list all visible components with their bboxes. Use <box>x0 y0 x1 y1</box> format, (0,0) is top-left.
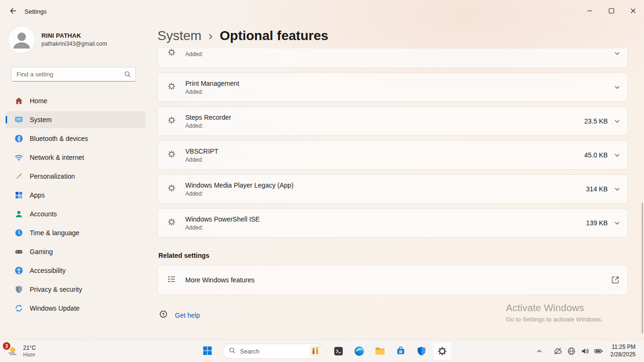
feature-gear-icon <box>167 149 176 161</box>
feature-name: Print Management <box>185 80 608 87</box>
feature-added-label: Added: <box>185 190 586 197</box>
sidebar-item-time-language[interactable]: Time & language <box>6 224 145 241</box>
feature-added-label: Added: <box>185 51 608 58</box>
sidebar-item-bluetooth-devices[interactable]: Bluetooth & devices <box>6 130 145 147</box>
chevron-down-icon[interactable] <box>612 218 622 228</box>
accessibility-icon <box>14 266 24 275</box>
feature-name: Steps Recorder <box>185 114 584 121</box>
help-icon: ? <box>159 310 168 321</box>
more-windows-features-label: More Windows features <box>185 276 255 284</box>
feature-row[interactable]: Windows PowerShell ISE Added: 139 KB <box>157 208 628 238</box>
battery-icon[interactable] <box>593 342 605 361</box>
microsoft-store-icon[interactable] <box>391 342 410 361</box>
breadcrumb: System › Optional features <box>157 28 328 43</box>
chevron-down-icon[interactable] <box>612 49 622 58</box>
sidebar-item-network-internet[interactable]: Network & internet <box>6 149 145 166</box>
chevron-down-icon[interactable] <box>612 184 622 194</box>
external-link-icon <box>611 275 620 285</box>
get-help-row: ? Get help <box>157 310 628 321</box>
search-highlight-icon <box>310 346 321 357</box>
feature-row[interactable]: Steps Recorder Added: 23.5 KB <box>157 107 628 136</box>
sidebar-item-home[interactable]: Home <box>6 92 145 109</box>
minimize-icon <box>587 8 593 15</box>
onedrive-paused-icon[interactable] <box>552 342 564 361</box>
chevron-down-icon[interactable] <box>612 116 622 126</box>
feature-row[interactable]: Print Management Added: <box>157 73 628 102</box>
maximize-icon <box>609 8 614 15</box>
selected-accent-bar <box>6 116 7 123</box>
sidebar-nav: Home System Bluetooth & devices Network … <box>0 92 151 319</box>
sidebar-item-accessibility[interactable]: Accessibility <box>6 262 145 279</box>
system-icon <box>14 115 24 124</box>
file-explorer-icon[interactable] <box>371 342 389 361</box>
weather-temperature: 21°C <box>23 345 36 352</box>
features-list-icon <box>167 274 176 286</box>
feature-name: Windows Media Player Legacy (App) <box>185 181 586 189</box>
apps-icon <box>14 190 24 200</box>
feature-added-label: Added: <box>185 156 584 163</box>
taskbar-search[interactable]: Search <box>223 344 323 359</box>
volume-icon[interactable] <box>579 342 591 361</box>
sidebar: RINI PATHAK pathakrini343@gmail.com Home… <box>0 23 151 339</box>
main-content: System › Optional features Added: Print … <box>151 23 644 339</box>
start-button[interactable] <box>198 342 217 361</box>
settings-search-box <box>11 67 136 82</box>
edge-icon[interactable] <box>350 342 369 361</box>
network-globe-icon[interactable] <box>565 342 578 361</box>
bluetooth-icon <box>14 134 24 143</box>
feature-added-label: Added: <box>185 224 586 231</box>
feature-row[interactable]: Windows Media Player Legacy (App) Added:… <box>157 174 628 204</box>
back-button[interactable] <box>5 4 21 19</box>
account-profile[interactable]: RINI PATHAK pathakrini343@gmail.com <box>8 26 107 53</box>
sidebar-item-windows-update[interactable]: Windows Update <box>6 300 145 317</box>
breadcrumb-separator: › <box>208 29 213 43</box>
settings-search-input[interactable] <box>12 71 124 78</box>
search-icon <box>124 71 131 78</box>
settings-gear-icon[interactable] <box>433 342 452 361</box>
windows-logo-icon <box>202 345 213 358</box>
network-wifi-icon <box>14 153 24 162</box>
window-controls <box>579 0 644 23</box>
clock-date: 2/28/2025 <box>611 351 636 359</box>
weather-haze-icon: 3 <box>7 345 19 357</box>
related-settings-heading: Related settings <box>158 252 628 259</box>
profile-email: pathakrini343@gmail.com <box>41 41 107 47</box>
feature-size: 23.5 KB <box>584 117 612 125</box>
avatar <box>8 26 35 53</box>
taskbar-center: Search <box>198 342 452 361</box>
sidebar-item-accounts[interactable]: Accounts <box>6 206 145 222</box>
sidebar-item-apps[interactable]: Apps <box>6 187 145 204</box>
sidebar-item-system[interactable]: System <box>6 111 145 128</box>
sidebar-item-privacy-security[interactable]: Privacy & security <box>6 281 145 298</box>
chevron-down-icon[interactable] <box>612 82 622 92</box>
feature-gear-icon <box>167 82 176 93</box>
clock-widget[interactable]: 11:25 PM 2/28/2025 <box>611 344 636 358</box>
feature-size: 45.0 KB <box>584 151 612 159</box>
scrollbar-thumb[interactable] <box>642 203 643 334</box>
clock-time: 11:25 PM <box>611 344 636 351</box>
weather-condition: Haze <box>23 352 35 358</box>
system-tray: 11:25 PM 2/28/2025 <box>533 340 644 362</box>
windows-security-icon[interactable] <box>412 342 431 361</box>
more-windows-features-row[interactable]: More Windows features <box>157 265 628 295</box>
search-icon <box>229 347 236 356</box>
sidebar-item-personalization[interactable]: Personalization <box>6 168 145 185</box>
feature-row[interactable]: Added: <box>157 49 628 68</box>
sidebar-item-gaming[interactable]: Gaming <box>6 243 145 260</box>
tray-chevron-up-icon[interactable] <box>533 342 546 361</box>
personalization-icon <box>14 172 24 181</box>
minimize-button[interactable] <box>579 0 601 23</box>
feature-row[interactable]: VBSCRIPT Added: 45.0 KB <box>157 140 628 170</box>
pinned-app-icon[interactable] <box>329 342 348 361</box>
breadcrumb-system[interactable]: System <box>157 28 201 43</box>
feature-name: Windows PowerShell ISE <box>185 215 586 223</box>
close-icon <box>630 8 636 15</box>
weather-widget[interactable]: 3 21°C Haze <box>0 340 42 362</box>
windows-update-icon <box>14 304 24 313</box>
maximize-button[interactable] <box>601 0 622 23</box>
chevron-down-icon[interactable] <box>612 150 622 160</box>
get-help-link[interactable]: Get help <box>175 312 200 319</box>
profile-name: RINI PATHAK <box>41 32 107 39</box>
close-button[interactable] <box>622 0 644 23</box>
privacy-shield-icon <box>14 285 24 294</box>
